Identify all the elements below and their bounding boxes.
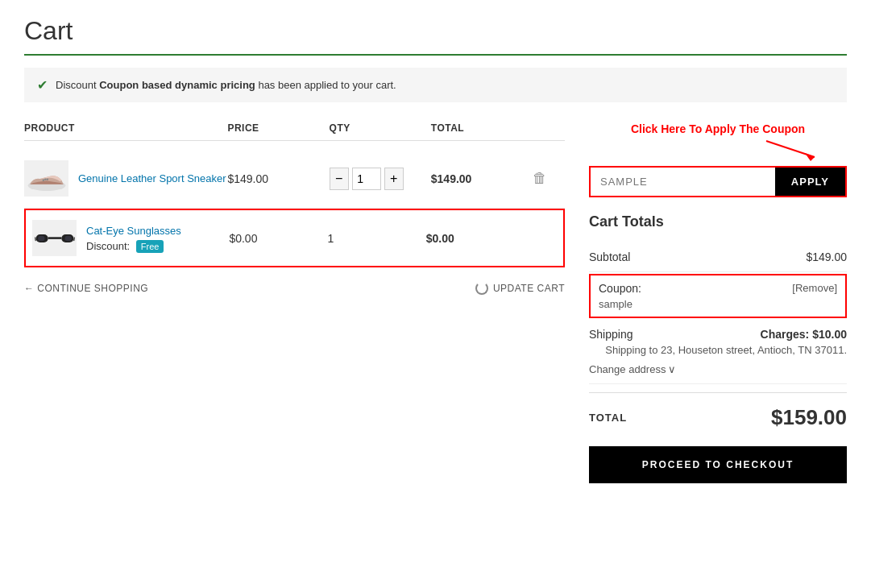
coupon-code: sample: [599, 298, 837, 310]
discount-label-text: Discount:: [86, 240, 133, 252]
cart-totals-title: Cart Totals: [589, 213, 847, 230]
table-header: PRODUCT PRICE QTY TOTAL: [24, 122, 565, 141]
total-row: TOTAL $159.00: [589, 392, 847, 438]
header-product: PRODUCT: [24, 122, 227, 134]
green-divider: [24, 54, 847, 56]
product-cell: Genuine Leather Sport Sneaker: [24, 160, 227, 197]
discount-text: Discount Coupon based dynamic pricing ha…: [56, 79, 396, 91]
arrow-icon: [758, 137, 823, 161]
qty-input[interactable]: [352, 168, 381, 190]
product-image: [24, 160, 68, 197]
shipping-value: Charges: $10.00: [761, 328, 847, 341]
free-badge: Free: [136, 240, 164, 253]
cart-actions: ← CONTINUE SHOPPING UPDATE CART: [24, 282, 565, 295]
product-image: [32, 220, 77, 256]
coupon-input[interactable]: [591, 168, 775, 196]
header-price: PRICE: [227, 122, 329, 134]
coupon-name-text: Coupon based dynamic pricing: [99, 79, 255, 91]
product-price: $149.00: [227, 172, 329, 185]
cart-table: PRODUCT PRICE QTY TOTAL: [24, 122, 565, 483]
shipping-address: Shipping to 23, Houseton street, Antioch…: [589, 344, 847, 356]
product-name-link[interactable]: Cat-Eye Sunglasses: [86, 225, 181, 237]
product-name-link[interactable]: Genuine Leather Sport Sneaker: [78, 172, 226, 184]
update-cart-button[interactable]: UPDATE CART: [475, 282, 565, 295]
table-row: Genuine Leather Sport Sneaker $149.00 − …: [24, 149, 565, 209]
coupon-totals-label: Coupon:: [599, 282, 641, 295]
page-title: Cart: [24, 16, 847, 46]
shipping-row: Shipping Charges: $10.00 Shipping to 23,…: [589, 320, 847, 384]
refresh-icon: [475, 282, 488, 295]
header-qty: QTY: [330, 122, 431, 134]
svg-point-2: [44, 178, 47, 180]
subtotal-value: $149.00: [806, 251, 847, 263]
qty-cell: 1: [328, 232, 426, 245]
check-icon: ✔: [37, 77, 48, 93]
chevron-down-icon: ∨: [668, 363, 676, 375]
svg-point-3: [46, 178, 48, 180]
header-total: TOTAL: [431, 122, 533, 134]
total-label: TOTAL: [589, 412, 627, 424]
continue-shopping-link[interactable]: ← CONTINUE SHOPPING: [24, 283, 148, 294]
product-price: $0.00: [229, 232, 327, 245]
coupon-totals-row: Coupon: [Remove] sample: [589, 274, 847, 318]
product-cell: Cat-Eye Sunglasses Discount: Free: [32, 220, 229, 256]
svg-point-1: [42, 179, 44, 181]
total-amount: $159.00: [771, 405, 847, 430]
qty-decrease-button[interactable]: −: [330, 168, 349, 190]
coupon-apply-button[interactable]: APPLY: [775, 168, 845, 196]
svg-rect-10: [64, 235, 71, 241]
subtotal-row: Subtotal $149.00: [589, 242, 847, 272]
subtotal-label: Subtotal: [589, 251, 630, 263]
qty-cell: − +: [330, 168, 431, 190]
svg-rect-9: [38, 235, 44, 241]
shipping-label: Shipping: [589, 328, 633, 341]
svg-marker-12: [805, 153, 815, 161]
coupon-annotation: Click Here To Apply The Coupon: [589, 122, 847, 161]
change-address-link[interactable]: Change address ∨: [589, 363, 676, 375]
product-total: $0.00: [426, 232, 525, 245]
checkout-button[interactable]: PROCEED TO CHECKOUT: [589, 446, 847, 483]
discount-suffix: has been applied to your cart.: [258, 79, 396, 91]
svg-rect-6: [48, 237, 61, 239]
coupon-form: APPLY: [589, 166, 847, 197]
product-total: $149.00: [431, 172, 533, 185]
remove-coupon-link[interactable]: [Remove]: [792, 282, 837, 295]
qty-value: 1: [328, 232, 334, 245]
table-row: Cat-Eye Sunglasses Discount: Free $0.00 …: [24, 209, 565, 267]
qty-increase-button[interactable]: +: [384, 168, 404, 190]
discount-banner: ✔ Discount Coupon based dynamic pricing …: [24, 68, 847, 102]
remove-item-button[interactable]: 🗑: [533, 170, 565, 187]
cart-right-panel: Click Here To Apply The Coupon APPLY Car…: [589, 122, 847, 483]
coupon-annotation-text: Click Here To Apply The Coupon: [631, 122, 805, 135]
cart-totals: Cart Totals Subtotal $149.00 Coupon: [Re…: [589, 213, 847, 483]
